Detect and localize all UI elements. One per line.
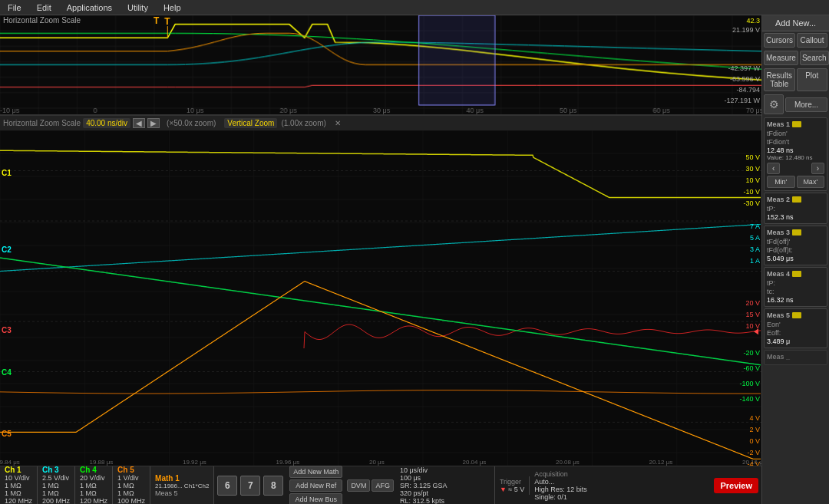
ch5-freq: 100 MHz: [117, 497, 145, 504]
meas1-title: Meas 1: [767, 120, 824, 128]
ch4-status[interactable]: Ch 4 20 V/div 1 MΩ 1 MΩ 120 MHz: [75, 466, 113, 504]
num-8-button[interactable]: 8: [263, 476, 283, 496]
acq-mode: Auto...: [534, 478, 554, 486]
c1-scale-m30v: -30 V: [743, 199, 760, 207]
plot-button[interactable]: Plot: [797, 68, 828, 91]
ch5-bw: 1 MΩ: [117, 489, 145, 497]
meas-underscore-section: Meas _: [764, 350, 827, 365]
ch3-id: Ch 3: [42, 466, 70, 474]
scale-m42: -42.397 W: [728, 64, 760, 72]
menu-utility[interactable]: Utility: [120, 3, 156, 12]
meas1-nav: ‹ ›: [767, 163, 824, 174]
num-7-button[interactable]: 7: [240, 476, 260, 496]
hscale-bar: Horizontal Zoom Scale 40.00 ns/div ◀ ▶ (…: [0, 115, 761, 130]
meas3-label: Meas 3: [767, 229, 790, 236]
add-new-bus-button[interactable]: Add New Bus: [289, 493, 342, 505]
meas4-title: Meas 4: [767, 270, 824, 278]
meas-underscore-label: Meas _: [767, 353, 790, 361]
math1-status[interactable]: Math 1 21.1986... Ch1*Ch2 Meas 5: [150, 466, 214, 504]
trigger-label: Trigger: [500, 478, 521, 486]
hscale-value[interactable]: 40.00 ns/div: [83, 118, 130, 128]
trigger-indicator: ▼: [500, 486, 507, 493]
meas3-color-indicator: [792, 229, 801, 236]
ch3-status[interactable]: Ch 3 2.5 V/div 1 MΩ 1 MΩ 200 MHz: [38, 466, 75, 504]
zoom-panel: C1 C2 C3 C4 C5 M1 50 V 30 V 10 V -10 V -…: [0, 130, 761, 466]
meas1-value2: Value: 12.480 ns: [767, 154, 824, 161]
meas3-section: Meas 3 tFd(off)' tFd(off)t: 5.049 μs: [764, 226, 827, 265]
ch5-coupling: 1 MΩ: [117, 482, 145, 489]
c5-scale-m4v: -4 V: [747, 460, 760, 466]
menu-edit[interactable]: Edit: [29, 3, 59, 12]
dvm-button[interactable]: DVM: [347, 479, 370, 492]
measure-button[interactable]: Measure: [764, 51, 798, 65]
menubar: File Edit Applications Utility Help: [0, 0, 829, 15]
settings-icon[interactable]: ⚙: [764, 94, 784, 114]
afg-button[interactable]: AFG: [372, 479, 394, 492]
cursors-button[interactable]: Cursors: [764, 33, 795, 48]
search-button[interactable]: Search: [800, 51, 829, 65]
c4-scale-m140v: -140 V: [739, 395, 760, 403]
meas5-label: Meas 5: [767, 311, 790, 319]
acq-single: Single: 0/1: [534, 493, 567, 501]
c1-scale-30v: 30 V: [745, 165, 760, 173]
meas2-title: Meas 2: [767, 196, 824, 203]
ch1-id: Ch 1: [5, 466, 32, 474]
meas1-min-button[interactable]: Min': [767, 176, 795, 188]
meas1-next-button[interactable]: ›: [811, 163, 824, 174]
meas3-value: 5.049 μs: [767, 255, 824, 262]
add-new-math-button[interactable]: Add New Math: [289, 466, 342, 478]
ch1-freq: 120 MHz: [5, 497, 32, 504]
add-new-button[interactable]: Add New...: [762, 15, 829, 31]
meas1-prev-button[interactable]: ‹: [767, 163, 780, 174]
preview-button[interactable]: Preview: [714, 478, 758, 493]
waveform-area: Horizontal Zoom Scale 42.3 21.199 V -42.…: [0, 15, 761, 504]
add-new-ref-button[interactable]: Add New Ref: [289, 479, 342, 492]
trigger-section: Trigger ▼ ≈ 5 V: [495, 476, 530, 495]
num-buttons-group: 6 7 8: [214, 473, 286, 499]
measurements-scroll[interactable]: Meas 1 tFdion' tFdion't 12.48 ns Value: …: [762, 116, 829, 504]
results-plot-row: Results Table Plot: [764, 68, 827, 91]
results-table-button[interactable]: Results Table: [764, 68, 795, 91]
horizontal-rl: RL: 312.5 kpts: [400, 497, 490, 505]
c5-scale-4v: 4 V: [749, 414, 760, 422]
more-button[interactable]: More...: [785, 97, 827, 112]
hscale-inc[interactable]: ▶: [147, 118, 160, 128]
menu-help[interactable]: Help: [156, 3, 189, 12]
acquisition-section: Acquisition Auto... High Res: 12 bits Si…: [530, 469, 592, 502]
math1-meas: Meas 5: [155, 489, 209, 497]
right-panel: Add New... Cursors Callout Measure Searc…: [761, 15, 829, 504]
ch3-label: C3: [2, 326, 12, 334]
ch4-id: Ch 4: [80, 466, 107, 474]
ch5-label: C5: [2, 430, 12, 438]
add-buttons-group: Add New Math Add New Ref Add New Bus: [289, 465, 342, 505]
ch1-coupling: 1 MΩ: [5, 482, 32, 489]
scale-21: 21.199 V: [732, 26, 760, 34]
close-zoom-icon[interactable]: ✕: [335, 119, 341, 127]
menu-applications[interactable]: Applications: [59, 3, 120, 12]
trigger-t-marker: T: [154, 15, 159, 26]
ch4-freq: 120 MHz: [80, 497, 107, 504]
meas-underscore-title: Meas _: [767, 353, 824, 361]
ch4-coupling: 1 MΩ: [80, 482, 107, 489]
horizontal-pts: 320 ps/pt: [400, 489, 490, 497]
math1-formula: 21.1986... Ch1*Ch2: [155, 483, 209, 489]
num-6-button[interactable]: 6: [217, 476, 237, 496]
c1-scale-50v: 50 V: [745, 153, 760, 161]
ch5-id: Ch 5: [117, 466, 145, 474]
main-layout: Horizontal Zoom Scale 42.3 21.199 V -42.…: [0, 15, 829, 504]
meas5-title: Meas 5: [767, 311, 824, 319]
ch1-status[interactable]: Ch 1 10 V/div 1 MΩ 1 MΩ 120 MHz: [0, 466, 38, 504]
ch5-status[interactable]: Ch 5 1 V/div 1 MΩ 1 MΩ 100 MHz: [113, 466, 150, 504]
meas2-color-indicator: [792, 196, 801, 203]
meas5-line1: Eon': [767, 321, 824, 328]
meas5-line2: Eoff:: [767, 329, 824, 337]
acq-label: Acquisition: [534, 470, 568, 478]
c5-scale-2v: 2 V: [749, 426, 760, 433]
hscale-zoom-v-val: (1.00x zoom): [281, 119, 325, 127]
hscale-dec[interactable]: ◀: [133, 118, 145, 128]
callout-button[interactable]: Callout: [797, 33, 827, 48]
meas1-max-button[interactable]: Max': [797, 176, 825, 188]
menu-file[interactable]: File: [0, 3, 29, 12]
meas4-value: 16.32 ns: [767, 296, 824, 304]
meas5-color-indicator: [792, 312, 801, 318]
